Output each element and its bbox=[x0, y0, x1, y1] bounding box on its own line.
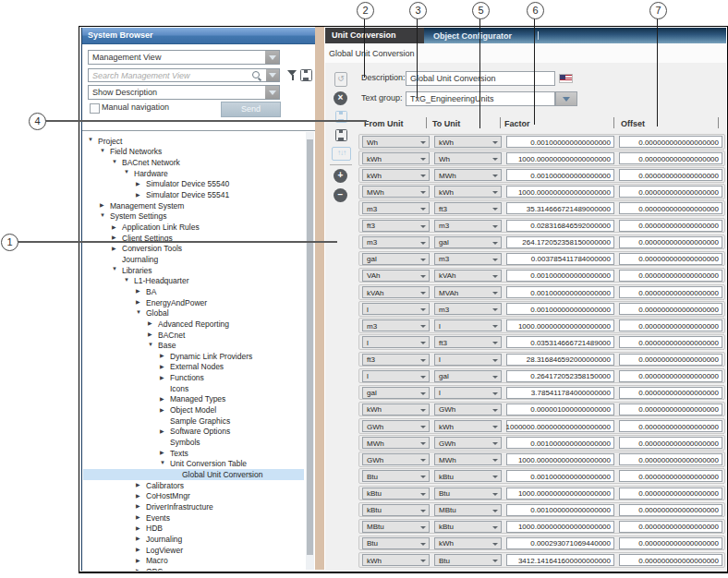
factor-input[interactable]: 1000.000000000000000000 bbox=[506, 521, 614, 533]
factor-input[interactable]: 35.314666721489000000 bbox=[506, 202, 614, 214]
offset-input[interactable]: 0.000000000000000000 bbox=[619, 220, 722, 232]
factor-input[interactable]: 1000.000000000000000000 bbox=[506, 152, 614, 164]
to-unit-dropdown[interactable]: l bbox=[434, 387, 502, 399]
factor-input[interactable]: 1000.000000000000000000 bbox=[506, 186, 614, 198]
from-unit-dropdown[interactable]: l bbox=[362, 303, 430, 315]
from-unit-dropdown[interactable]: l bbox=[362, 370, 430, 382]
factor-input[interactable]: 0.001000000000000000 bbox=[506, 437, 614, 449]
tree-item-bacnet-network[interactable]: ▼BACnet Network bbox=[83, 158, 304, 169]
tree-item-management-system[interactable]: ▶Management System bbox=[83, 200, 304, 211]
chevron-expanded-icon[interactable]: ▼ bbox=[88, 137, 93, 142]
tree-item-opc[interactable]: ▶OPC bbox=[83, 566, 304, 571]
text-group-dropdown-button[interactable] bbox=[555, 91, 577, 106]
to-unit-dropdown[interactable]: GWh bbox=[434, 403, 502, 415]
chevron-collapsed-icon[interactable]: ▶ bbox=[148, 319, 152, 326]
offset-input[interactable]: 0.000000000000000000 bbox=[619, 253, 722, 265]
offset-input[interactable]: 0.000000000000000000 bbox=[619, 319, 722, 331]
chevron-collapsed-icon[interactable]: ▶ bbox=[160, 395, 164, 402]
chevron-down-icon[interactable] bbox=[266, 69, 279, 81]
chevron-collapsed-icon[interactable]: ▶ bbox=[136, 502, 140, 509]
factor-input[interactable]: 0.028316846592000000 bbox=[506, 220, 614, 232]
from-unit-dropdown[interactable]: Btu bbox=[362, 537, 430, 549]
tree-item-hardware[interactable]: ▼Hardware bbox=[83, 168, 304, 179]
chevron-collapsed-icon[interactable]: ▶ bbox=[160, 449, 164, 455]
offset-input[interactable]: 0.000000000000000000 bbox=[619, 303, 722, 315]
from-unit-dropdown[interactable]: gal bbox=[362, 253, 430, 265]
tab-unit-conversion[interactable]: Unit Conversion bbox=[325, 28, 424, 43]
offset-input[interactable]: 0.000000000000000000 bbox=[619, 370, 722, 382]
us-flag-icon[interactable] bbox=[559, 74, 573, 83]
tree-item-driverinfrastructure[interactable]: ▶DriverInfrastructure bbox=[83, 501, 304, 512]
tree-item-texts[interactable]: ▶Texts bbox=[83, 448, 304, 459]
description-field[interactable]: Global Unit Conversion bbox=[406, 71, 555, 86]
from-unit-dropdown[interactable]: VAh bbox=[362, 270, 430, 282]
tree-scrollbar-thumb[interactable] bbox=[307, 139, 313, 555]
chevron-expanded-icon[interactable]: ▼ bbox=[112, 266, 117, 271]
tree-item-simulator-device-55541[interactable]: ▶Simulator Device 55541 bbox=[83, 190, 304, 201]
tree-item-symbols[interactable]: Symbols bbox=[83, 438, 304, 449]
chevron-collapsed-icon[interactable]: ▶ bbox=[136, 492, 140, 499]
offset-input[interactable]: 0.000000000000000000 bbox=[619, 354, 722, 366]
factor-input[interactable]: 0.001000000000000000 bbox=[506, 470, 614, 482]
factor-input[interactable]: 264.172052358150000000 bbox=[506, 236, 614, 248]
chevron-collapsed-icon[interactable]: ▶ bbox=[112, 223, 116, 230]
save-as-icon[interactable] bbox=[335, 129, 347, 141]
save-icon[interactable] bbox=[300, 69, 312, 81]
tree-item-application-link-rules[interactable]: ▶Application Link Rules bbox=[83, 223, 304, 234]
to-unit-dropdown[interactable]: l bbox=[434, 319, 502, 331]
tree-item-journaling[interactable]: ▶Journaling bbox=[83, 534, 304, 545]
chevron-expanded-icon[interactable]: ▼ bbox=[136, 309, 141, 315]
to-unit-dropdown[interactable]: Btu bbox=[434, 488, 502, 500]
offset-input[interactable]: 0.000000000000000000 bbox=[619, 387, 722, 399]
offset-input[interactable]: 0.000000000000000000 bbox=[619, 136, 722, 148]
search-input[interactable]: Search Management View bbox=[88, 68, 280, 82]
send-button[interactable]: Send bbox=[221, 102, 281, 117]
factor-input[interactable]: 3.785411784000000000 bbox=[506, 387, 614, 399]
from-unit-dropdown[interactable]: gal bbox=[362, 387, 430, 399]
tree-item-conversion-tools[interactable]: ▶Conversion Tools bbox=[83, 244, 304, 255]
chevron-collapsed-icon[interactable]: ▶ bbox=[136, 287, 140, 294]
chevron-expanded-icon[interactable]: ▼ bbox=[112, 159, 117, 164]
tree-item-project[interactable]: ▼Project bbox=[83, 136, 304, 147]
from-unit-dropdown[interactable]: GWh bbox=[362, 420, 430, 432]
from-unit-dropdown[interactable]: MWh bbox=[362, 437, 430, 449]
remove-row-icon[interactable]: − bbox=[334, 188, 347, 202]
to-unit-dropdown[interactable]: gal bbox=[434, 370, 502, 382]
to-unit-dropdown[interactable]: MWh bbox=[434, 169, 502, 181]
to-unit-dropdown[interactable]: kBtu bbox=[434, 521, 502, 533]
offset-input[interactable]: 0.000000000000000000 bbox=[619, 420, 722, 432]
offset-input[interactable]: 0.000000000000000000 bbox=[619, 537, 722, 549]
offset-input[interactable]: 0.000000000000000000 bbox=[619, 453, 722, 465]
tree-item-macro[interactable]: ▶Macro bbox=[83, 556, 304, 567]
tree-item-energyandpower[interactable]: ▶EnergyAndPower bbox=[83, 297, 304, 308]
delete-icon[interactable]: × bbox=[334, 91, 347, 105]
from-unit-dropdown[interactable]: Btu bbox=[362, 470, 430, 482]
to-unit-dropdown[interactable]: MWh bbox=[434, 453, 502, 465]
display-mode-dropdown[interactable]: Show Description bbox=[88, 85, 280, 100]
factor-input[interactable]: 0.001000000000000000 bbox=[506, 270, 614, 282]
to-unit-dropdown[interactable]: kWh bbox=[434, 136, 502, 148]
from-unit-dropdown[interactable]: ft3 bbox=[362, 220, 430, 232]
chevron-collapsed-icon[interactable]: ▶ bbox=[136, 557, 140, 563]
chevron-collapsed-icon[interactable]: ▶ bbox=[136, 298, 140, 305]
tree-item-system-settings[interactable]: ▼System Settings bbox=[83, 211, 304, 223]
tree-item-dynamic-link-providers[interactable]: ▶Dynamic Link Providers bbox=[83, 351, 304, 362]
to-unit-dropdown[interactable]: kWh bbox=[434, 537, 502, 549]
from-unit-dropdown[interactable]: kWh bbox=[362, 169, 430, 181]
import-export-icon[interactable]: ↑↓↑ bbox=[332, 147, 351, 161]
from-unit-dropdown[interactable]: ft3 bbox=[362, 354, 430, 366]
tree-item-managed-types[interactable]: ▶Managed Types bbox=[83, 394, 304, 405]
offset-input[interactable]: 0.000000000000000000 bbox=[619, 186, 722, 198]
to-unit-dropdown[interactable]: GWh bbox=[434, 437, 502, 449]
from-unit-dropdown[interactable]: kBtu bbox=[362, 504, 430, 516]
to-unit-dropdown[interactable]: Wh bbox=[434, 152, 502, 164]
chevron-collapsed-icon[interactable]: ▶ bbox=[160, 427, 164, 434]
factor-input[interactable]: 1000.000000000000000000 bbox=[506, 453, 614, 465]
chevron-expanded-icon[interactable]: ▼ bbox=[100, 212, 105, 218]
factor-input[interactable]: 1000000.000000000000000000 bbox=[506, 420, 614, 432]
chevron-expanded-icon[interactable]: ▼ bbox=[100, 148, 105, 153]
from-unit-dropdown[interactable]: kWh bbox=[362, 403, 430, 415]
tree-item-functions[interactable]: ▶Functions bbox=[83, 373, 304, 384]
to-unit-dropdown[interactable]: MBtu bbox=[434, 504, 502, 516]
tree-item-advanced-reporting[interactable]: ▶Advanced Reporting bbox=[83, 319, 304, 330]
